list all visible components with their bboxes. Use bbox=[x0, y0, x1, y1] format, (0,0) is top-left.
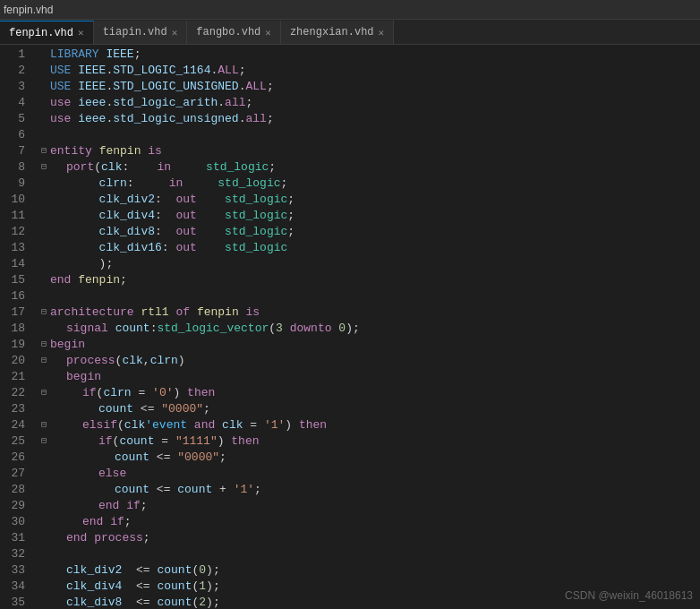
line-number: 28 bbox=[4, 482, 25, 498]
tab-close-icon[interactable]: ✕ bbox=[379, 27, 385, 39]
line-number: 4 bbox=[4, 95, 25, 111]
code-line: ⊟process(clk,clrn) bbox=[36, 353, 700, 369]
code-text: end if; bbox=[82, 514, 132, 530]
line-number: 14 bbox=[4, 256, 25, 272]
line-number: 8 bbox=[4, 159, 25, 176]
tab-label: fenpin.vhd bbox=[9, 27, 73, 39]
line-number: 16 bbox=[4, 288, 25, 304]
code-text: clk_div2: out std_logic; bbox=[50, 192, 295, 208]
code-line bbox=[36, 288, 700, 304]
tab-close-icon[interactable]: ✕ bbox=[78, 27, 84, 39]
line-number: 6 bbox=[4, 127, 25, 143]
line-number: 26 bbox=[4, 450, 25, 466]
code-line: end if; bbox=[36, 498, 700, 514]
line-number: 9 bbox=[4, 176, 25, 192]
code-line: use ieee.std_logic_unsigned.all; bbox=[36, 111, 700, 127]
code-line: USE IEEE.STD_LOGIC_1164.ALL; bbox=[36, 63, 700, 79]
line-number: 2 bbox=[4, 63, 25, 79]
code-line: LIBRARY IEEE; bbox=[36, 47, 700, 63]
code-text: if(count = "1111") then bbox=[98, 433, 260, 450]
code-text: clk_div4: out std_logic; bbox=[50, 208, 295, 224]
code-line: clk_div2: out std_logic; bbox=[36, 192, 700, 208]
fold-icon[interactable]: ⊟ bbox=[38, 145, 50, 158]
line-number: 20 bbox=[4, 353, 25, 369]
code-text: begin bbox=[66, 369, 101, 385]
code-text: end fenpin; bbox=[50, 272, 127, 288]
code-line: clrn: in std_logic; bbox=[36, 176, 700, 192]
tab-tiapin_vhd[interactable]: tiapin.vhd✕ bbox=[94, 21, 188, 44]
code-text: process(clk,clrn) bbox=[66, 353, 185, 369]
code-line: clk_div16: out std_logic bbox=[36, 240, 700, 256]
code-text: ); bbox=[50, 256, 113, 272]
code-line: count <= count + '1'; bbox=[36, 482, 700, 498]
code-text: entity fenpin is bbox=[50, 143, 162, 159]
tab-close-icon[interactable]: ✕ bbox=[265, 27, 271, 39]
code-text: clk_div8 <= count(2); bbox=[66, 595, 220, 609]
code-text: else bbox=[98, 466, 126, 482]
fold-icon[interactable]: ⊟ bbox=[38, 435, 50, 448]
line-number: 34 bbox=[4, 579, 25, 595]
line-number: 17 bbox=[4, 304, 25, 321]
tab-label: tiapin.vhd bbox=[103, 26, 167, 39]
line-number: 12 bbox=[4, 224, 25, 240]
code-line: ⊟architecture rtl1 of fenpin is bbox=[36, 304, 700, 321]
line-number: 31 bbox=[4, 530, 25, 546]
line-number: 35 bbox=[4, 595, 25, 609]
code-text: count <= count + '1'; bbox=[115, 482, 261, 498]
tab-zhengxian_vhd[interactable]: zhengxian.vhd✕ bbox=[281, 21, 394, 44]
line-number: 13 bbox=[4, 240, 25, 256]
fold-icon[interactable]: ⊟ bbox=[38, 306, 50, 319]
code-text: clk_div4 <= count(1); bbox=[66, 579, 220, 595]
line-number: 25 bbox=[4, 433, 25, 450]
tab-fenpin_vhd[interactable]: fenpin.vhd✕ bbox=[0, 21, 94, 44]
line-number: 29 bbox=[4, 498, 25, 514]
fold-icon[interactable]: ⊟ bbox=[38, 161, 50, 174]
code-content[interactable]: LIBRARY IEEE;USE IEEE.STD_LOGIC_1164.ALL… bbox=[32, 45, 700, 609]
code-text: signal count:std_logic_vector(3 downto 0… bbox=[66, 321, 360, 337]
code-line: else bbox=[36, 466, 700, 482]
code-text: end process; bbox=[66, 530, 150, 546]
line-number: 19 bbox=[4, 337, 25, 353]
line-number: 22 bbox=[4, 385, 25, 401]
line-number: 23 bbox=[4, 401, 25, 417]
tab-bar: fenpin.vhd✕tiapin.vhd✕fangbo.vhd✕zhengxi… bbox=[0, 20, 700, 45]
code-line: signal count:std_logic_vector(3 downto 0… bbox=[36, 321, 700, 337]
tab-fangbo_vhd[interactable]: fangbo.vhd✕ bbox=[187, 21, 281, 44]
line-number: 21 bbox=[4, 369, 25, 385]
line-numbers: 1234567891011121314151617181920212223242… bbox=[0, 45, 32, 609]
fold-icon[interactable]: ⊟ bbox=[38, 355, 50, 367]
line-number: 10 bbox=[4, 192, 25, 208]
code-line: use ieee.std_logic_arith.all; bbox=[36, 95, 700, 111]
line-number: 24 bbox=[4, 417, 25, 433]
code-text: clk_div16: out std_logic bbox=[50, 240, 287, 256]
code-text: clk_div2 <= count(0); bbox=[66, 562, 220, 579]
tab-label: fangbo.vhd bbox=[196, 26, 260, 39]
code-text: architecture rtl1 of fenpin is bbox=[50, 304, 260, 321]
code-line: ⊟if(clrn = '0') then bbox=[36, 385, 700, 401]
line-number: 3 bbox=[4, 79, 25, 95]
tab-close-icon[interactable]: ✕ bbox=[172, 27, 178, 39]
code-line: ⊟begin bbox=[36, 337, 700, 353]
fold-icon[interactable]: ⊟ bbox=[38, 339, 50, 351]
fold-icon[interactable]: ⊟ bbox=[38, 419, 50, 432]
code-text: USE IEEE.STD_LOGIC_UNSIGNED.ALL; bbox=[50, 79, 274, 95]
code-line: end if; bbox=[36, 514, 700, 530]
code-line: clk_div4: out std_logic; bbox=[36, 208, 700, 224]
line-number: 7 bbox=[4, 143, 25, 159]
watermark: CSDN @weixin_46018613 bbox=[565, 589, 693, 602]
code-line: clk_div2 <= count(0); bbox=[36, 562, 700, 579]
code-text: count <= "0000"; bbox=[115, 450, 226, 466]
code-text: if(clrn = '0') then bbox=[82, 385, 215, 401]
line-number: 11 bbox=[4, 208, 25, 224]
tab-label: zhengxian.vhd bbox=[290, 26, 374, 39]
code-line: ⊟if(count = "1111") then bbox=[36, 433, 700, 450]
code-line: end fenpin; bbox=[36, 272, 700, 288]
line-number: 27 bbox=[4, 466, 25, 482]
line-number: 33 bbox=[4, 562, 25, 579]
line-number: 18 bbox=[4, 321, 25, 337]
fold-icon[interactable]: ⊟ bbox=[38, 387, 50, 399]
code-line bbox=[36, 546, 700, 562]
code-text: begin bbox=[50, 337, 85, 353]
line-number: 30 bbox=[4, 514, 25, 530]
code-text: LIBRARY IEEE; bbox=[50, 47, 141, 63]
